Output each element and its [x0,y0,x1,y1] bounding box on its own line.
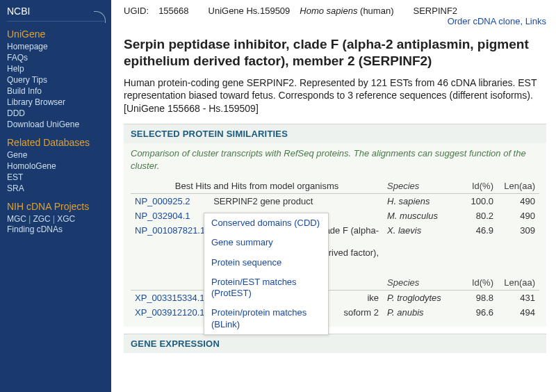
top-links: Order cDNA clone, Links [448,16,546,26]
accession-link[interactable]: XP_003315334.1 [131,291,209,306]
hit-length: 309 [498,223,539,260]
col-id: Id(%) [459,179,498,194]
accession-link[interactable]: XP_003912120.1 [131,305,209,320]
hit-length: 431 [498,291,539,306]
menu-item-cdd[interactable]: Conserved domains (CDD) [204,213,328,233]
sidebar-link-query-tips[interactable]: Query Tips [7,74,104,85]
hit-species: P. troglodytes [383,291,459,306]
link-order-cdna-clone[interactable]: Order cDNA clone [448,16,521,26]
hit-identity: 46.9 [459,223,498,260]
col-species: Species [383,275,459,291]
sidebar-heading-related: Related Databases [7,137,104,148]
col-id: Id(%) [459,275,498,291]
hit-species: X. laevis [383,223,459,260]
menu-item-protein-sequence[interactable]: Protein sequence [204,253,328,272]
col-len: Len(aa) [498,275,539,291]
context-menu: Conserved domains (CDD) Gene summary Pro… [204,213,329,335]
table-header-title-1: Best Hits and Hits from model organisms [131,179,383,194]
table-row: XP_003315334.1 ike P. troglodytes 98.8 4… [131,291,539,306]
accession-link[interactable]: NP_032904.1 [131,209,209,223]
sidebar-link-sra[interactable]: SRA [7,183,104,194]
cluster-id: UniGene Hs.159509 [208,6,291,16]
table-row: NP_001087821.1 serpin peptidase inhibito… [131,223,539,260]
sidebar-heading-nih: NIH cDNA Projects [7,201,104,212]
hit-identity: 96.6 [459,305,498,320]
best-hits-table: Best Hits and Hits from model organisms … [131,179,539,320]
gene-symbol: SERPINF2 [413,6,457,16]
sidebar-link-gene[interactable]: Gene [7,149,104,161]
sidebar-link-xgc[interactable]: XGC [57,214,75,224]
top-info-bar: UGID:155668 UniGene Hs.159509 Homo sapie… [124,6,546,26]
menu-item-protest[interactable]: Protein/EST matches (ProtEST) [204,272,328,304]
gene-description: Human protein-coding gene SERPINF2. Repr… [124,76,546,116]
table-row: NP_032904.1 Serpinf2 gene product M. mus… [131,209,539,223]
sidebar-link-zgc[interactable]: ZGC [33,214,50,224]
panel-caption-similarities: Comparison of cluster transcripts with R… [131,147,539,172]
hit-length: 490 [498,209,539,223]
main-content: UGID:155668 UniGene Hs.159509 Homo sapie… [111,0,556,392]
link-links[interactable]: Links [525,16,546,26]
panel-heading-gene-expression: GENE EXPRESSION [124,334,546,353]
sidebar-link-homepage[interactable]: Homepage [7,41,104,52]
hit-length: 494 [498,305,539,320]
hit-identity: 100.0 [459,194,498,209]
species: Homo sapiens (human) [300,6,403,16]
brand-ncbi[interactable]: NCBI [7,6,104,22]
menu-item-gene-summary[interactable]: Gene summary [204,233,328,252]
hit-desc: SERPINF2 gene product [209,194,383,209]
protein-similarities-panel: SELECTED PROTEIN SIMILARITIES Comparison… [124,124,546,327]
hit-identity: 80.2 [459,209,498,223]
ugid: UGID:155668 [124,6,199,16]
sidebar: NCBI UniGene Homepage FAQs Help Query Ti… [0,0,111,392]
sidebar-link-library-browser[interactable]: Library Browser [7,97,104,108]
table-row: NP_000925.2 SERPINF2 gene product H. sap… [131,194,539,209]
sidebar-link-download-unigene[interactable]: Download UniGene [7,119,104,130]
menu-item-blink[interactable]: Protein/protein matches (BLink) [204,303,328,334]
hit-species: P. anubis [383,305,459,320]
page-title: Serpin peptidase inhibitor, clade F (alp… [124,36,546,70]
col-len: Len(aa) [498,179,539,194]
sidebar-link-est[interactable]: EST [7,172,104,183]
hit-identity: 98.8 [459,291,498,306]
sidebar-link-faqs[interactable]: FAQs [7,52,104,63]
gene-expression-panel: GENE EXPRESSION [124,334,546,353]
table-row: XP_003912120.1 soform 2 P. anubis 96.6 4… [131,305,539,320]
sidebar-link-help[interactable]: Help [7,63,104,74]
sidebar-heading-unigene: UniGene [7,28,104,40]
hit-length: 490 [498,194,539,209]
hit-species: M. musculus [383,209,459,223]
sidebar-link-ddd[interactable]: DDD [7,108,104,119]
col-species: Species [383,179,459,194]
sidebar-link-build-info[interactable]: Build Info [7,85,104,97]
accession-link[interactable]: NP_000925.2 [131,194,209,209]
hit-species: H. sapiens [383,194,459,209]
sidebar-link-mgc[interactable]: MGC [7,214,26,224]
sidebar-link-homologene[interactable]: HomoloGene [7,161,104,172]
accession-link[interactable]: NP_001087821.1 [131,223,209,260]
sidebar-link-finding-cdnas[interactable]: Finding cDNAs [7,224,104,235]
panel-heading-similarities: SELECTED PROTEIN SIMILARITIES [124,124,546,143]
